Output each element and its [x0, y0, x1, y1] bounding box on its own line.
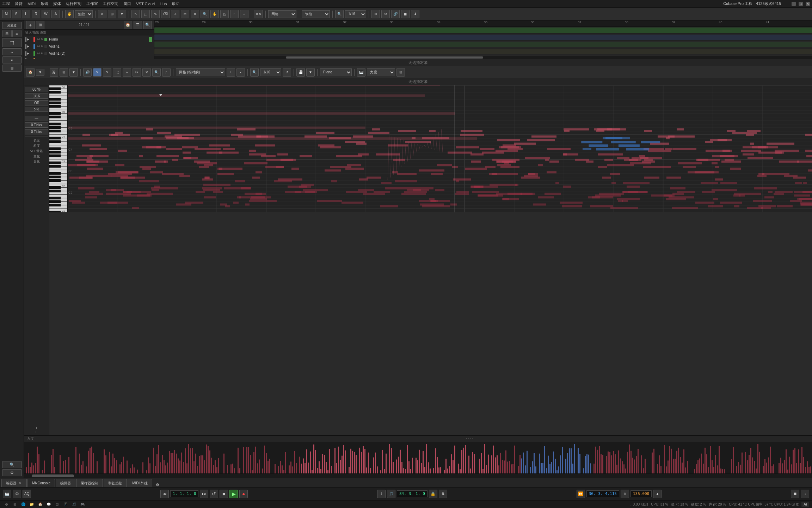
tab-editor[interactable]: 编辑器 [56, 479, 75, 487]
left-panel-icon1[interactable]: ⊞ [2, 30, 12, 37]
midi-vel-btn[interactable]: ⎍ [162, 68, 171, 77]
tb-w-btn[interactable]: W [42, 10, 50, 18]
track-record-piano[interactable] [44, 38, 47, 41]
status-app3-icon[interactable]: 🎵 [70, 501, 78, 508]
tab-midi-ext[interactable]: MIDI 外挂 [128, 479, 152, 487]
status-app1-icon[interactable]: ⊡ [54, 501, 61, 508]
transport-video-btn[interactable]: ⏹ [791, 490, 799, 498]
tb-crossfade-btn[interactable]: ✕✕ [254, 10, 263, 18]
tb-snap-type-btn[interactable]: ▼ [118, 10, 126, 18]
left-panel-tracks-btn[interactable]: 见通道 [2, 22, 22, 29]
track-record-violin1[interactable] [44, 45, 47, 48]
transport-stop-btn[interactable]: ■ [220, 490, 228, 498]
menu-item-help[interactable]: 帮助 [172, 1, 179, 6]
midi-vel-param[interactable]: 0 % [25, 107, 48, 112]
tb-s-btn[interactable]: S [12, 10, 20, 18]
left-panel-mix-btn[interactable]: ⊟ [2, 65, 22, 72]
midi-pencil-btn[interactable]: ✎ [103, 68, 111, 77]
left-panel-icon2[interactable]: ≡ [12, 30, 21, 37]
tb-pointer-btn[interactable]: ↖ [131, 10, 140, 18]
midi-horizontal-scrollbar[interactable] [24, 473, 812, 478]
upper-scrollbar-thumb[interactable] [286, 56, 483, 59]
transport-record-btn[interactable]: ● [239, 490, 248, 498]
midi-0ticks-2[interactable]: 0 Ticks [25, 129, 48, 134]
midi-quantize-select[interactable]: 1/16 [260, 68, 281, 76]
touchpad-select[interactable]: 触控 [75, 10, 93, 18]
midi-scissors-btn[interactable]: ✂ [133, 68, 141, 77]
tb-search-btn[interactable]: 🔍 [335, 10, 344, 18]
menu-item-studio[interactable]: 工作室 [86, 1, 98, 6]
tb-more-btn[interactable]: ⊕ [371, 10, 380, 18]
snap-mode-select[interactable]: 网格 [268, 10, 296, 18]
transport-click-btn[interactable]: 🎵 [387, 490, 395, 498]
tb-erase-btn[interactable]: ⌫ [161, 10, 170, 18]
midi-pointer-btn[interactable]: ↖ [93, 68, 102, 77]
tb-refresh-btn[interactable]: ↺ [381, 10, 390, 18]
midi-minus-btn[interactable]: - [236, 68, 245, 77]
track-s-violin1[interactable]: S [41, 45, 43, 48]
tb-r-btn[interactable]: R [32, 10, 40, 18]
transport-lock-btn[interactable]: 🔒 [429, 490, 437, 498]
tab-chordpad[interactable]: 和弦垫垫 [104, 479, 127, 487]
track-home-btn[interactable]: 🏠 [124, 21, 132, 29]
track-expand-violin1d[interactable] [25, 51, 26, 56]
menu-item-workspace[interactable]: 工作空间 [103, 1, 118, 6]
left-panel-search-btn[interactable]: 🔍 [2, 461, 22, 468]
add-track-btn[interactable]: + [26, 21, 35, 29]
transport-sync2-btn[interactable]: ↔ [801, 490, 809, 498]
midi-settings-btn[interactable]: ⊞ [60, 68, 68, 77]
midi-search-btn[interactable]: 🔍 [250, 68, 259, 77]
track-expand-piano[interactable] [25, 37, 26, 42]
track-record-violin1d[interactable] [44, 52, 47, 55]
tb-scissors-btn[interactable]: ✂ [181, 10, 189, 18]
status-app2-icon[interactable]: 📱 [62, 501, 69, 508]
tb-hand-btn[interactable]: ✋ [210, 10, 219, 18]
tb-m-btn[interactable]: M [2, 10, 11, 18]
midi-velocity-select[interactable]: 力度 [367, 68, 395, 76]
midi-grid[interactable]: C5C4C3C2C1 [68, 85, 812, 212]
beat-select[interactable]: 节拍 [302, 10, 330, 18]
left-panel-arrow-btn[interactable]: ↔ [2, 48, 22, 55]
tb-glue-btn[interactable]: ⟡ [171, 10, 179, 18]
touch-pad-btn[interactable]: 🖐 [65, 10, 74, 18]
transport-end-btn[interactable]: ⏭ [200, 490, 208, 498]
midi-glue-btn[interactable]: ⟡ [123, 68, 131, 77]
menu-item-transport[interactable]: 运行控制 [66, 1, 81, 6]
status-settings-icon[interactable]: ⚙ [3, 501, 10, 508]
midi-grid-select[interactable]: 网格 (相对的) [176, 68, 225, 76]
minimize-button[interactable]: — [792, 2, 796, 6]
tb-range-btn[interactable]: ⬚ [141, 10, 150, 18]
status-wechat-icon[interactable]: 💬 [45, 501, 52, 508]
transport-midi-btn[interactable]: 🎹 [3, 490, 11, 498]
tb-a-btn[interactable]: A [51, 10, 60, 18]
menu-item-window[interactable]: 窗口 [123, 1, 131, 6]
status-gear-icon[interactable]: ⊞ [11, 501, 18, 508]
track-search-btn[interactable]: 🔍 [143, 21, 152, 29]
track-config-btn[interactable]: ⊞ [36, 21, 44, 29]
quantize-select[interactable]: 1/16 [345, 10, 366, 18]
track-s-violin1d[interactable]: S [41, 52, 43, 55]
left-panel-midi-icon[interactable]: ⬚ [2, 38, 22, 47]
menu-item-vst[interactable]: VST Cloud [136, 2, 155, 6]
status-app4-icon[interactable]: 🎮 [79, 501, 86, 508]
midi-off-param[interactable]: Off [25, 100, 48, 105]
tb-mono-btn[interactable]: ⬦ [240, 10, 248, 18]
midi-quantize-param[interactable]: 1/16 [25, 93, 48, 99]
transport-rewind-btn[interactable]: ⏮ [160, 490, 169, 498]
midi-home-btn[interactable]: 🏠 [26, 68, 35, 77]
transport-up-down-btn[interactable]: ⇅ [439, 490, 447, 498]
midi-controller-btn[interactable]: 🎹 [357, 68, 365, 77]
transport-loop-btn[interactable]: ↺ [210, 490, 218, 498]
midi-scrollbar-thumb[interactable] [32, 474, 74, 477]
midi-settings-btn2[interactable]: ▼ [69, 68, 78, 77]
transport-metronome-btn[interactable]: ♩ [377, 490, 386, 498]
transport-sync-btn[interactable]: ⊕ [621, 490, 629, 498]
transport-play-btn[interactable]: ▶ [229, 490, 238, 498]
midi-options-btn[interactable]: ▼ [306, 68, 315, 77]
midi-select2-btn[interactable]: ⬚ [113, 68, 121, 77]
tb-pencil-btn[interactable]: ✎ [151, 10, 160, 18]
tb-down-btn[interactable]: ⬇ [411, 10, 419, 18]
tb-snap-btn[interactable]: ⊞ [108, 10, 116, 18]
status-folder-icon[interactable]: 📁 [28, 501, 35, 508]
tab-mixconsole[interactable]: MixConsole [27, 479, 55, 487]
